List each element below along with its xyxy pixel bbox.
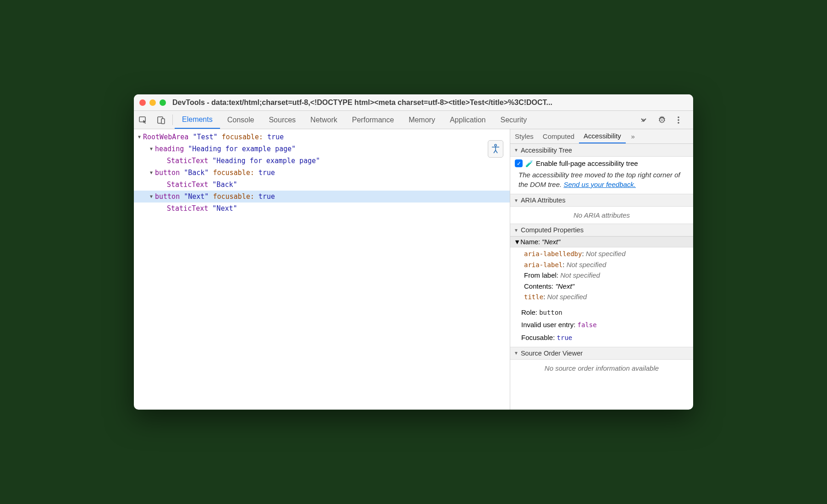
svg-point-6 [495, 144, 496, 146]
more-tabs-icon[interactable]: » [638, 113, 653, 127]
tree-row[interactable]: ▼heading "Heading for example page" [134, 143, 510, 155]
cp-val: Not specified [567, 261, 606, 268]
cp-attr: title [524, 293, 543, 301]
svg-point-4 [678, 119, 679, 121]
tab-network[interactable]: Network [303, 111, 345, 129]
cp-attr: aria-labelledby [524, 250, 582, 257]
computed-name-sources: aria-labelledby: Not specifiedaria-label… [510, 247, 693, 306]
main-tabbar: Elements Console Sources Network Perform… [134, 111, 693, 129]
tree-name: "Next" [184, 191, 209, 203]
svg-point-3 [678, 116, 679, 118]
cp-attr: Contents [524, 282, 551, 290]
tree-val: true [259, 167, 275, 179]
chevron-down-icon: ▼ [514, 238, 520, 246]
computed-name-source-row: From label: Not specified [524, 270, 693, 280]
cp-val: Not specified [560, 271, 600, 279]
tree-row[interactable]: StaticText "Next" [134, 203, 510, 214]
tab-elements[interactable]: Elements [175, 111, 220, 129]
section-aria-attributes[interactable]: ▼ ARIA Attributes [510, 194, 693, 207]
tree-name: "Next" [212, 203, 237, 214]
svg-rect-2 [161, 119, 165, 124]
tab-console[interactable]: Console [220, 111, 262, 129]
computed-role-row: Role: button [510, 306, 693, 319]
accessibility-tree-panel: ▼RootWebArea "Test" focusable: true▼head… [134, 129, 510, 410]
titlebar: DevTools - data:text/html;charset=utf-8,… [134, 94, 693, 111]
sidebar-tabbar: Styles Computed Accessibility » [510, 129, 693, 144]
devtools-window: DevTools - data:text/html;charset=utf-8,… [134, 94, 693, 410]
tree-role: button [155, 191, 180, 203]
tree-prop: focusable: [213, 191, 254, 203]
tree-name: "Heading for example page" [212, 155, 320, 167]
tree-role: heading [155, 143, 184, 155]
tab-performance[interactable]: Performance [345, 111, 402, 129]
feedback-link[interactable]: Send us your feedback. [563, 181, 636, 188]
cp-val: Not specified [586, 250, 626, 257]
window-controls [139, 99, 166, 106]
tab-application[interactable]: Application [442, 111, 493, 129]
tree-role: StaticText [167, 155, 208, 167]
computed-name-row[interactable]: ▼ Name: "Next" [510, 236, 693, 247]
maximize-button[interactable] [160, 99, 166, 106]
tree-prop: focusable: [213, 167, 254, 179]
checkbox-label: Enable full-page accessibility tree [536, 159, 638, 167]
chevron-down-icon: ▼ [137, 134, 142, 140]
chevron-down-icon: ▼ [149, 146, 154, 152]
tree-name: "Heading for example page" [188, 143, 296, 155]
computed-name-source-row: Contents: "Next" [524, 281, 693, 291]
window-title: DevTools - data:text/html;charset=utf-8,… [172, 99, 688, 107]
tab-memory[interactable]: Memory [401, 111, 442, 129]
tree-name: "Back" [212, 179, 237, 191]
computed-name-source-row: title: Not specified [524, 291, 693, 302]
cp-attr: From label [524, 271, 557, 279]
cp-val: "Next" [555, 282, 574, 290]
beaker-icon: 🧪 [525, 160, 533, 167]
tree-row[interactable]: StaticText "Back" [134, 179, 510, 191]
tree-role: RootWebArea [143, 131, 188, 143]
sidebar-tab-styles[interactable]: Styles [510, 129, 538, 143]
enable-full-page-a11y-tree-row[interactable]: ✓ 🧪 Enable full-page accessibility tree [510, 157, 693, 168]
sidebar-tab-accessibility[interactable]: Accessibility [579, 129, 626, 143]
computed-focusable-row: Focusable: true [510, 331, 693, 347]
separator [172, 115, 173, 125]
sidebar-more-tabs-icon[interactable]: » [626, 129, 640, 143]
kebab-menu-icon[interactable] [671, 113, 686, 127]
section-accessibility-tree[interactable]: ▼ Accessibility Tree [510, 144, 693, 157]
tree-row[interactable]: ▼button "Next" focusable: true [134, 191, 510, 203]
tree-row[interactable]: ▼button "Back" focusable: true [134, 167, 510, 179]
a11y-tree-note: The accessibility tree moved to the top … [510, 168, 693, 194]
device-toolbar-icon[interactable] [152, 111, 171, 129]
tab-sources[interactable]: Sources [261, 111, 303, 129]
computed-name-source-row: aria-label: Not specified [524, 259, 693, 270]
svg-point-5 [678, 122, 679, 124]
chevron-down-icon: ▼ [149, 170, 154, 175]
tree-name: "Test" [193, 131, 217, 143]
tree-row[interactable]: ▼RootWebArea "Test" focusable: true [134, 131, 510, 143]
computed-invalid-row: Invalid user entry: false [510, 318, 693, 331]
content: ▼RootWebArea "Test" focusable: true▼head… [134, 129, 693, 410]
computed-name-source-row: aria-labelledby: Not specified [524, 248, 693, 259]
checkbox-checked-icon[interactable]: ✓ [515, 159, 523, 167]
settings-icon[interactable] [655, 113, 669, 127]
cp-val: Not specified [547, 293, 587, 301]
tab-security[interactable]: Security [493, 111, 534, 129]
cp-attr: aria-label [524, 261, 562, 268]
tree-name: "Back" [184, 167, 209, 179]
close-button[interactable] [139, 99, 146, 106]
tree-prop: focusable: [222, 131, 263, 143]
sidebar: Styles Computed Accessibility » ▼ Access… [510, 129, 693, 410]
tree-val: true [259, 191, 275, 203]
chevron-down-icon: ▼ [514, 148, 518, 153]
tree-row[interactable]: StaticText "Heading for example page" [134, 155, 510, 167]
section-computed-properties[interactable]: ▼ Computed Properties [510, 224, 693, 236]
tree-role: StaticText [167, 203, 208, 214]
inspect-element-icon[interactable] [134, 111, 152, 129]
minimize-button[interactable] [149, 99, 156, 106]
accessibility-badge-icon[interactable] [488, 140, 503, 158]
sov-empty-text: No source order information available [510, 360, 693, 374]
sidebar-tab-computed[interactable]: Computed [538, 129, 579, 143]
chevron-down-icon: ▼ [514, 228, 518, 233]
chevron-down-icon: ▼ [514, 198, 518, 203]
chevron-down-icon: ▼ [514, 351, 518, 356]
section-source-order-viewer[interactable]: ▼ Source Order Viewer [510, 347, 693, 360]
aria-empty-text: No ARIA attributes [510, 207, 693, 224]
